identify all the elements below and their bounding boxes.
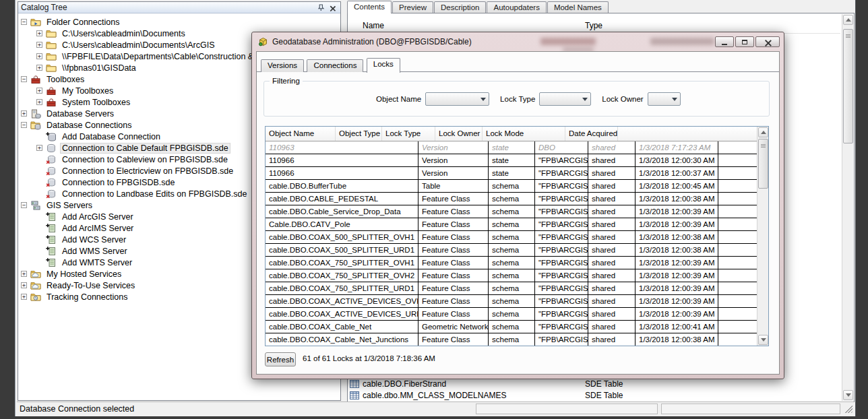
expander-toggle[interactable]: −	[21, 202, 27, 208]
content-tab[interactable]: Autoupdaters	[487, 1, 546, 13]
locks-scrollbar[interactable]	[757, 127, 768, 346]
locks-column-header[interactable]: Lock Type	[382, 127, 435, 141]
expander-toggle[interactable]: +	[36, 53, 42, 59]
maximize-button[interactable]	[735, 36, 754, 47]
scroll-up-button[interactable]	[843, 15, 853, 25]
expander-toggle[interactable]: +	[36, 145, 42, 151]
list-item[interactable]: cable.dbo.MM_CLASS_MODELNAMES SDE Table	[349, 389, 839, 400]
folder-icon	[46, 51, 57, 62]
dialog-tab[interactable]: Locks	[367, 58, 400, 73]
cell-lock-mode: shared	[588, 180, 636, 192]
chevron-down-icon	[672, 98, 677, 101]
filtering-group: Filtering Object Name Lock Type Lock Own…	[264, 81, 770, 117]
lock-row[interactable]: cable.DBO.COAX_Cable_Net_Junctions Featu…	[266, 333, 757, 346]
cell-object-name: cable.DBO.COAX_Cable_Net	[266, 321, 418, 333]
folder-icon	[46, 63, 57, 73]
expander-toggle[interactable]: +	[36, 99, 42, 105]
expander-toggle[interactable]: +	[21, 271, 27, 277]
column-header-name[interactable]: Name	[363, 21, 384, 30]
expander-toggle[interactable]: +	[21, 110, 27, 117]
content-tab[interactable]: Model Names	[547, 1, 609, 13]
dialog-tab[interactable]: Connections	[307, 59, 363, 72]
cell-date-acquired: 1/3/2018 12:00:41 AM	[636, 321, 718, 333]
lock-type-label: Lock Type	[500, 95, 535, 103]
status-segment	[661, 404, 840, 414]
scrollbar-thumb[interactable]	[758, 139, 768, 189]
cell-lock-type: schema	[489, 244, 535, 256]
lock-row[interactable]: cable.DBO.COAX_750_SPLITTER_URD1 Feature…	[266, 282, 757, 295]
lock-row[interactable]: cable.DBO.COAX_750_SPLITTER_OVH2 Feature…	[266, 269, 757, 282]
lock-row[interactable]: Cable.DBO.CATV_Pole Feature Class schema…	[266, 218, 757, 231]
close-button[interactable]	[755, 36, 780, 47]
cell-lock-mode: shared	[588, 193, 636, 205]
cell-lock-type: schema	[489, 257, 535, 269]
lock-row[interactable]: cable.DBO.COAX_750_SPLITTER_OVH1 Feature…	[266, 257, 757, 269]
cell-lock-mode: shared	[588, 244, 636, 256]
lock-owner-combo[interactable]	[648, 92, 681, 106]
db-connection-broken-icon	[46, 177, 57, 188]
expander-toggle[interactable]: −	[21, 19, 27, 25]
locks-summary: 61 of 61 Locks at 1/3/2018 7:18:36 AM	[303, 354, 435, 362]
expander-toggle[interactable]: +	[36, 88, 42, 94]
lock-row[interactable]: cable.DBO.COAX_Cable_Net Geometric Netwo…	[266, 321, 757, 333]
tree-item-label: Database Servers	[44, 109, 116, 119]
dialog-tab[interactable]: Versions	[261, 59, 304, 72]
expander-toggle[interactable]: +	[36, 30, 42, 36]
database-servers-icon	[30, 108, 42, 119]
status-segment	[476, 404, 658, 414]
close-panel-button[interactable]	[328, 3, 338, 12]
lock-row[interactable]: cable.DBO.Cable_Service_Drop_Data Featur…	[266, 205, 757, 218]
lock-row[interactable]: 110966 Version state "FPB\ARCGIS" shared…	[266, 167, 757, 180]
scroll-up-button[interactable]	[758, 127, 768, 137]
cell-lock-mode: shared	[588, 282, 636, 294]
expander-toggle[interactable]: +	[21, 282, 27, 288]
content-tab[interactable]: Preview	[392, 1, 433, 13]
list-item[interactable]: cable.DBO.FiberStrand SDE Table	[349, 378, 839, 389]
lock-row[interactable]: cable.DBO.BufferTube Table schema "FPB\A…	[266, 180, 757, 193]
refresh-button[interactable]: Refresh	[265, 352, 296, 366]
tree-item[interactable]: − Folder Connections	[18, 16, 340, 28]
cloud-folder-icon	[30, 269, 42, 280]
locks-column-header[interactable]: Lock Owner	[435, 127, 483, 141]
contents-scrollbar[interactable]	[842, 14, 853, 401]
expander-toggle[interactable]: +	[36, 42, 42, 48]
object-name-combo[interactable]	[425, 92, 489, 106]
cell-lock-type: schema	[489, 295, 535, 307]
expander-toggle[interactable]: +	[36, 65, 42, 71]
dialog-title-bar[interactable]: Geodatabase Administration (DBO@FPBGISDB…	[256, 34, 780, 49]
cell-object-type: Feature Class	[418, 244, 489, 256]
content-tab[interactable]: Contents	[347, 1, 392, 13]
scrollbar-thumb[interactable]	[843, 29, 853, 143]
locks-column-header[interactable]: Object Name	[266, 127, 336, 141]
resize-grip[interactable]	[844, 404, 852, 413]
filtering-legend: Filtering	[270, 77, 303, 85]
expander-toggle[interactable]: +	[21, 294, 27, 300]
lock-row[interactable]: 110963 Version state DBO shared 1/3/2018…	[266, 141, 757, 154]
content-tab[interactable]: Description	[434, 1, 487, 13]
cell-date-acquired: 1/3/2018 12:00:38 AM	[636, 193, 718, 205]
expander-toggle[interactable]: −	[21, 122, 27, 128]
locks-column-header[interactable]: Lock Mode	[483, 127, 565, 141]
scroll-down-button[interactable]	[758, 335, 768, 345]
scroll-down-button[interactable]	[843, 390, 853, 400]
minimize-button[interactable]	[715, 36, 734, 47]
lock-row[interactable]: cable.DBO.CABLE_PEDESTAL Feature Class s…	[266, 193, 757, 205]
auto-hide-pin-button[interactable]	[316, 3, 326, 12]
locks-column-header[interactable]: Object Type	[336, 127, 382, 141]
cell-date-acquired: 1/3/2018 12:00:39 AM	[636, 205, 718, 218]
locks-column-header[interactable]: Date Acquired	[565, 127, 618, 141]
lock-row[interactable]: cable.DBO.COAX_500_SPLITTER_URD1 Feature…	[266, 244, 757, 257]
lock-row[interactable]: cable.DBO.COAX_ACTIVE_DEVICES_URD1 Featu…	[266, 308, 757, 321]
lock-row[interactable]: cable.DBO.COAX_ACTIVE_DEVICES_OVH1 Featu…	[266, 295, 757, 308]
lock-row[interactable]: 110966 Version state "FPB\ARCGIS" shared…	[266, 154, 757, 167]
tree-item-label: Ready-To-Use Services	[44, 281, 137, 290]
status-text: Database Connection selected	[20, 404, 134, 414]
gis-servers-icon	[30, 200, 42, 211]
cell-lock-mode: shared	[588, 295, 636, 307]
cell-lock-type: schema	[489, 269, 535, 282]
column-header-type[interactable]: Type	[585, 21, 602, 30]
lock-row[interactable]: cable.DBO.COAX_500_SPLITTER_OVH1 Feature…	[266, 231, 757, 244]
expander-toggle[interactable]: −	[21, 76, 27, 82]
lock-type-combo[interactable]	[539, 92, 591, 106]
cell-object-type: Feature Class	[418, 308, 489, 320]
